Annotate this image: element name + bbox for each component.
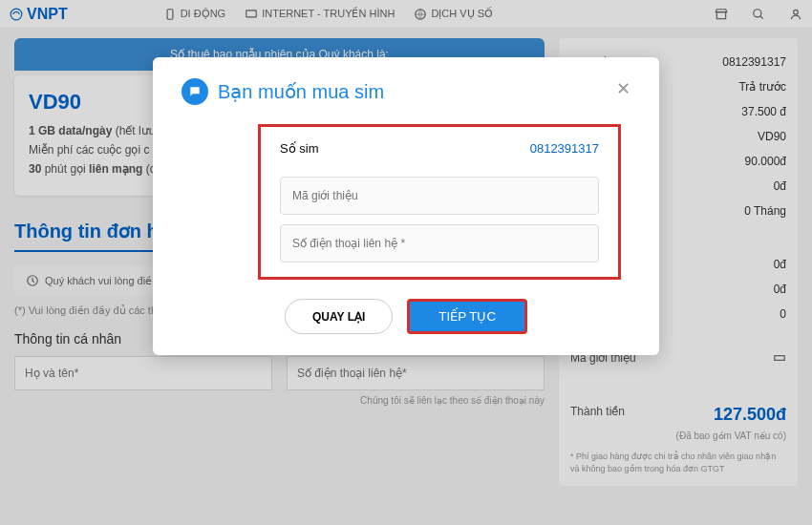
chat-icon [182,78,208,105]
sim-number-row: Số sim 0812391317 [280,141,599,156]
modal-title: Bạn muốn mua sim [218,80,384,103]
continue-button[interactable]: TIẾP TỤC [407,299,527,334]
contact-phone-input[interactable] [280,224,599,262]
modal-body-highlighted: Số sim 0812391317 [258,124,621,280]
back-button[interactable]: QUAY LẠI [285,299,393,334]
close-icon[interactable]: ✕ [616,78,630,99]
modal-overlay: Bạn muốn mua sim ✕ Số sim 0812391317 QUA… [0,0,812,525]
buy-sim-modal: Bạn muốn mua sim ✕ Số sim 0812391317 QUA… [153,57,659,355]
referral-input[interactable] [280,177,599,215]
